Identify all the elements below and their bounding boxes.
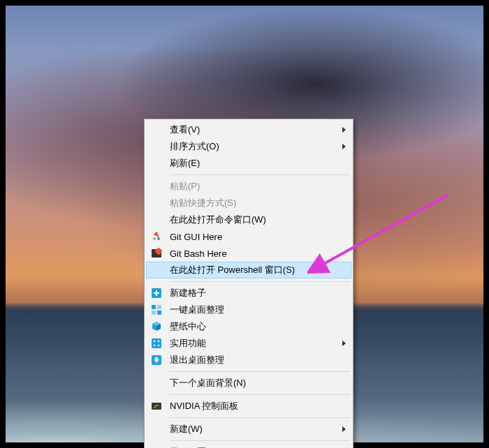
menu-item-label: 粘贴快捷方式(S) bbox=[170, 197, 339, 209]
menu-item-label: Git Bash Here bbox=[170, 248, 339, 259]
submenu-chevron-icon bbox=[339, 340, 347, 347]
grid-icon bbox=[149, 302, 164, 318]
svg-point-0 bbox=[153, 237, 156, 240]
menu-item-label: 新建(W) bbox=[170, 423, 339, 435]
menu-item[interactable]: 新建(W) bbox=[146, 421, 351, 438]
exit-icon bbox=[149, 352, 164, 368]
menu-item: 粘贴(P) bbox=[146, 178, 351, 195]
menu-item-label: 在此处打开命令窗口(W) bbox=[170, 214, 339, 226]
menu-item-label: 粘贴(P) bbox=[170, 180, 339, 193]
menu-item-label: 查看(V) bbox=[170, 124, 339, 136]
desktop[interactable]: 查看(V)排序方式(O)刷新(E)粘贴(P)粘贴快捷方式(S)在此处打开命令窗口… bbox=[0, 0, 489, 448]
menu-item: 粘贴快捷方式(S) bbox=[146, 195, 351, 211]
menu-icon-empty bbox=[149, 212, 164, 227]
svg-point-11 bbox=[158, 341, 160, 343]
menu-item[interactable]: 在此处打开命令窗口(W) bbox=[146, 211, 351, 228]
menu-item[interactable]: 查看(V) bbox=[146, 121, 351, 138]
menu-separator bbox=[170, 281, 350, 282]
menu-icon-empty bbox=[149, 195, 164, 211]
svg-rect-15 bbox=[152, 403, 161, 410]
menu-item-label: 退出桌面整理 bbox=[170, 354, 339, 366]
menu-item-label: 在此处打开 Powershell 窗口(S) bbox=[170, 264, 339, 276]
menu-item-label: 一键桌面整理 bbox=[170, 304, 339, 316]
svg-point-10 bbox=[154, 341, 156, 343]
svg-rect-6 bbox=[157, 305, 161, 309]
svg-rect-7 bbox=[152, 311, 156, 315]
display-icon bbox=[149, 445, 164, 448]
menu-item-label: Git GUI Here bbox=[170, 232, 339, 242]
menu-item-label: NVIDIA 控制面板 bbox=[170, 400, 339, 412]
menu-item[interactable]: 下一个桌面背景(N) bbox=[146, 375, 351, 391]
menu-separator bbox=[170, 174, 350, 175]
svg-rect-5 bbox=[152, 305, 156, 309]
menu-icon-empty bbox=[149, 421, 164, 437]
svg-point-1 bbox=[157, 237, 160, 240]
menu-item-label: 新建格子 bbox=[170, 287, 339, 299]
menu-item-label: 壁纸中心 bbox=[170, 320, 339, 333]
plus-icon bbox=[149, 285, 164, 301]
cube-icon bbox=[149, 319, 164, 334]
menu-item[interactable]: 实用功能 bbox=[146, 335, 351, 352]
menu-icon-empty bbox=[149, 262, 164, 278]
menu-separator bbox=[170, 394, 350, 395]
menu-item-label: 刷新(E) bbox=[170, 157, 339, 170]
menu-item[interactable]: 排序方式(O) bbox=[146, 138, 351, 155]
menu-item[interactable]: NVIDIA 控制面板 bbox=[146, 398, 351, 415]
menu-item[interactable]: 新建格子 bbox=[146, 285, 351, 301]
menu-separator bbox=[170, 417, 350, 418]
menu-item[interactable]: Git GUI Here bbox=[146, 228, 351, 245]
context-menu: 查看(V)排序方式(O)刷新(E)粘贴(P)粘贴快捷方式(S)在此处打开命令窗口… bbox=[144, 119, 353, 448]
menu-icon-empty bbox=[149, 179, 164, 194]
git-bash-icon bbox=[149, 246, 164, 261]
menu-icon-empty bbox=[149, 375, 164, 391]
menu-item[interactable]: Git Bash Here bbox=[146, 245, 351, 262]
menu-separator bbox=[170, 371, 350, 372]
menu-item[interactable]: 刷新(E) bbox=[146, 155, 351, 172]
nvidia-icon bbox=[149, 398, 164, 414]
menu-item[interactable]: 在此处打开 Powershell 窗口(S) bbox=[146, 262, 351, 278]
menu-separator bbox=[170, 440, 350, 441]
menu-icon-empty bbox=[149, 139, 164, 154]
svg-rect-9 bbox=[152, 338, 161, 348]
submenu-chevron-icon bbox=[339, 143, 347, 150]
menu-item[interactable]: 壁纸中心 bbox=[146, 318, 351, 335]
apps-icon bbox=[149, 336, 164, 351]
menu-icon-empty bbox=[149, 156, 164, 171]
svg-point-13 bbox=[158, 345, 160, 347]
svg-rect-8 bbox=[157, 311, 161, 315]
git-gui-icon bbox=[149, 229, 164, 244]
menu-item-label: 排序方式(O) bbox=[170, 140, 339, 153]
menu-item[interactable]: 退出桌面整理 bbox=[146, 352, 351, 368]
submenu-chevron-icon bbox=[339, 426, 347, 433]
menu-item-label: 实用功能 bbox=[170, 337, 339, 350]
menu-item[interactable]: 一键桌面整理 bbox=[146, 301, 351, 318]
menu-icon-empty bbox=[149, 122, 164, 137]
submenu-chevron-icon bbox=[339, 126, 347, 133]
svg-point-12 bbox=[154, 345, 156, 347]
menu-item[interactable]: 显示设置(D) bbox=[146, 444, 351, 448]
menu-item-label: 下一个桌面背景(N) bbox=[170, 377, 339, 389]
